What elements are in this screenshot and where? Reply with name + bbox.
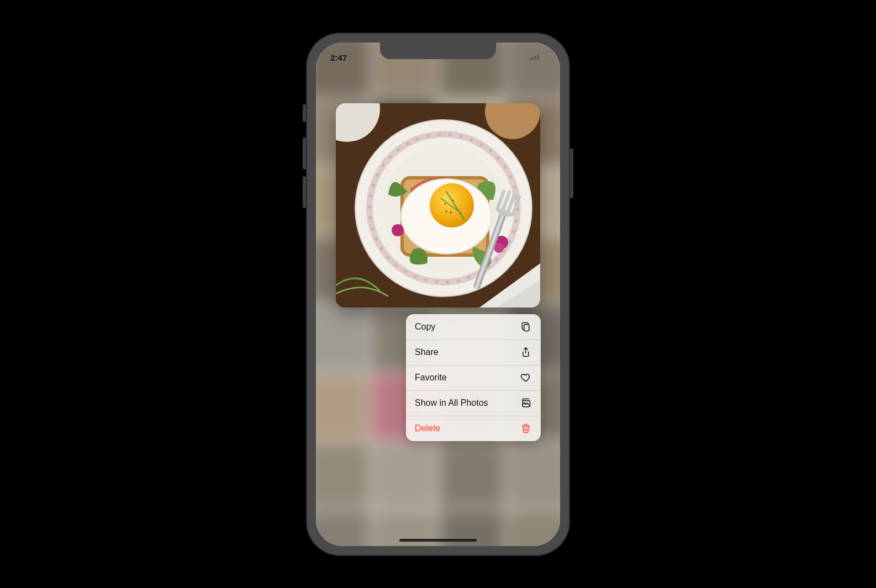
notch	[380, 43, 496, 59]
menu-item-delete[interactable]: Delete	[406, 416, 541, 441]
menu-item-label: Show in All Photos	[415, 398, 488, 408]
home-indicator[interactable]	[399, 539, 477, 542]
heart-icon	[520, 372, 532, 384]
photos-icon	[520, 397, 532, 409]
status-time: 2:47	[330, 46, 347, 62]
svg-point-25	[446, 210, 447, 211]
menu-item-label: Delete	[415, 423, 440, 433]
mute-switch[interactable]	[303, 104, 306, 122]
menu-item-label: Share	[415, 347, 439, 357]
share-icon	[520, 346, 532, 358]
menu-item-copy[interactable]: Copy	[406, 314, 541, 340]
svg-point-22	[445, 203, 446, 204]
menu-item-label: Copy	[415, 322, 435, 332]
menu-item-label: Favorite	[415, 373, 447, 383]
svg-point-20	[450, 211, 452, 213]
context-menu: Copy Share Favorite	[406, 314, 541, 441]
svg-point-26	[392, 224, 404, 236]
photo-preview[interactable]	[336, 103, 540, 308]
menu-item-show-in-all-photos[interactable]: Show in All Photos	[406, 390, 541, 416]
trash-icon	[520, 422, 532, 435]
svg-point-19	[430, 183, 474, 227]
power-button[interactable]	[570, 149, 573, 198]
phone-frame: 2:47	[306, 33, 570, 556]
copy-icon	[520, 321, 532, 333]
volume-up-button[interactable]	[303, 137, 306, 169]
volume-down-button[interactable]	[303, 176, 306, 208]
svg-rect-35	[524, 324, 529, 331]
screen: 2:47	[316, 43, 560, 546]
menu-item-share[interactable]: Share	[406, 340, 541, 365]
cellular-icon	[529, 55, 539, 60]
menu-item-favorite[interactable]: Favorite	[406, 365, 541, 390]
svg-point-37	[524, 402, 525, 403]
